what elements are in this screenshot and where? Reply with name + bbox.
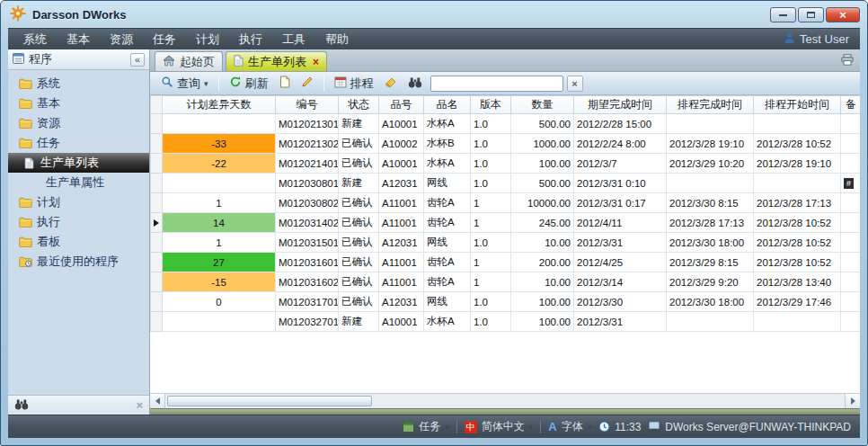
title-bar[interactable]: Darsson DWorks × [1, 1, 867, 28]
grid-cell[interactable]: 2012/2/24 8:00 [574, 134, 667, 154]
grid-cell[interactable]: 水杯A [424, 114, 471, 134]
row-selector[interactable] [151, 312, 163, 332]
grid-cell[interactable]: 1 [471, 213, 511, 233]
grid-cell[interactable]: 2012/4/11 [574, 213, 667, 233]
grid-cell[interactable]: 网线 [424, 233, 471, 253]
grid-cell[interactable]: 2012/2/28 15:00 [574, 114, 667, 134]
grid-cell[interactable]: A10002 [379, 134, 424, 154]
grid-cell[interactable]: A11001 [379, 213, 424, 233]
column-header[interactable]: 编号 [276, 96, 339, 114]
grid-cell[interactable] [667, 114, 754, 134]
grid-cell[interactable]: M012031601 [276, 253, 339, 272]
table-row[interactable]: M012032701新建A10001水杯A1.0100.002012/3/31 [151, 312, 861, 332]
table-row[interactable]: 0M012031701已确认A12031网线1.0100.002012/3/30… [151, 292, 861, 312]
grid-cell[interactable]: 2012/4/25 [574, 253, 667, 272]
table-row[interactable]: -33M012021302已确认A10002水杯B1.01000.002012/… [151, 134, 861, 154]
sidebar-item[interactable]: 计划 [8, 192, 149, 212]
grid-cell[interactable] [667, 174, 754, 193]
scrollbar-thumb[interactable] [167, 396, 372, 406]
table-row[interactable]: -15M012031602已确认A11001齿轮A110.002012/3/14… [151, 272, 861, 292]
grid-cell[interactable]: M012021302 [276, 134, 339, 154]
sidebar-collapse-button[interactable]: « [130, 53, 145, 67]
grid-cell[interactable]: M012031402 [276, 213, 339, 233]
row-selector[interactable] [151, 134, 163, 154]
grid-cell[interactable]: 已确认 [339, 193, 379, 213]
grid-cell[interactable]: 2012/3/31 [574, 233, 667, 253]
grid-cell[interactable] [163, 312, 276, 332]
grid-cell[interactable]: A11001 [379, 193, 424, 213]
column-header[interactable]: 品号 [379, 96, 424, 114]
grid-cell[interactable]: M012021401 [276, 154, 339, 174]
sidebar-item[interactable]: 最近使用的程序 [8, 252, 149, 272]
tab-close-icon[interactable]: × [313, 56, 319, 68]
row-selector[interactable] [151, 174, 163, 193]
grid-cell[interactable]: 水杯A [424, 312, 471, 332]
grid-cell[interactable]: 100.00 [511, 312, 574, 332]
grid-cell[interactable]: 齿轮A [424, 272, 471, 292]
grid-cell[interactable] [841, 312, 861, 332]
grid-cell[interactable]: 已确认 [339, 213, 379, 233]
column-header[interactable]: 品名 [424, 96, 471, 114]
grid-cell[interactable]: 齿轮A [424, 253, 471, 272]
grid-cell[interactable]: 新建 [339, 114, 379, 134]
grid-cell[interactable]: A12031 [379, 233, 424, 253]
grid-cell[interactable]: 2012/3/29 9:20 [667, 272, 754, 292]
sidebar-item[interactable]: 看板 [8, 232, 149, 252]
grid-cell[interactable]: A10001 [379, 312, 424, 332]
grid-cell[interactable]: 500.00 [511, 174, 574, 193]
status-task-menu[interactable]: 任务 ▾ [403, 419, 449, 434]
grid-cell[interactable]: A11001 [379, 272, 424, 292]
table-row[interactable]: 14M012031402已确认A11001齿轮A1245.002012/4/11… [151, 213, 861, 233]
row-selector[interactable] [151, 253, 163, 272]
grid-cell[interactable]: 网线 [424, 174, 471, 193]
grid-cell[interactable] [841, 253, 861, 272]
grid-cell[interactable]: 已确认 [339, 292, 379, 312]
grid-cell[interactable]: 100.00 [511, 154, 574, 174]
grid-cell[interactable]: 水杯B [424, 134, 471, 154]
grid-cell[interactable]: A12031 [379, 292, 424, 312]
binoculars-icon[interactable] [14, 398, 29, 413]
grid-cell[interactable]: 齿轮A [424, 193, 471, 213]
grid-cell[interactable]: -22 [163, 154, 276, 174]
column-header[interactable]: 排程开始时间 [754, 96, 841, 114]
horizontal-scrollbar[interactable] [150, 393, 860, 408]
new-button[interactable] [275, 74, 295, 93]
grid-cell[interactable]: 200.00 [511, 253, 574, 272]
grid-cell[interactable]: -15 [163, 272, 276, 292]
row-selector[interactable] [151, 114, 163, 134]
grid-cell[interactable]: 1.0 [471, 174, 511, 193]
tab-home[interactable]: 起始页 [155, 51, 223, 71]
refresh-button[interactable]: 刷新 [225, 74, 273, 94]
grid-cell[interactable]: 2012/3/30 [574, 292, 667, 312]
table-row[interactable]: 1M012031501已确认A12031网线1.010.002012/3/312… [151, 233, 861, 253]
grid-cell[interactable]: 2012/3/31 0:17 [574, 193, 667, 213]
grid-cell[interactable]: M012032701 [276, 312, 339, 332]
find-panel-close-icon[interactable]: × [136, 398, 143, 412]
column-header[interactable]: 期望完成时间 [574, 96, 667, 114]
grid-cell[interactable] [841, 114, 861, 134]
grid-cell[interactable]: 2012/3/28 10:52 [754, 233, 841, 253]
close-button[interactable]: × [826, 7, 860, 22]
edit-button[interactable] [297, 74, 318, 93]
grid-cell[interactable]: 245.00 [511, 213, 574, 233]
menu-item[interactable]: 帮助 [315, 30, 359, 49]
column-header[interactable]: 数量 [511, 96, 574, 114]
sidebar-item[interactable]: 生产单属性 [8, 173, 149, 192]
grid-cell[interactable]: 2012/3/29 10:20 [667, 154, 754, 174]
clear-search-button[interactable]: × [567, 76, 583, 92]
column-header[interactable]: 状态 [339, 96, 379, 114]
grid-cell[interactable]: -33 [163, 134, 276, 154]
search-input[interactable] [430, 76, 563, 92]
grid-cell[interactable] [841, 233, 861, 253]
table-row[interactable]: M012021301新建A10001水杯A1.0500.002012/2/28 … [151, 114, 861, 134]
grid-cell[interactable] [841, 213, 861, 233]
grid-cell[interactable]: 已确认 [339, 134, 379, 154]
row-selector[interactable] [151, 193, 163, 213]
column-header[interactable]: 备 [841, 96, 861, 114]
column-header[interactable]: 计划差异天数 [163, 96, 276, 114]
grid-cell[interactable]: 10.00 [511, 233, 574, 253]
menu-item[interactable]: 任务 [143, 30, 186, 49]
query-button[interactable]: 查询 ▾ [156, 74, 213, 94]
menu-item[interactable]: 系统 [13, 30, 57, 49]
grid-cell[interactable] [754, 174, 841, 193]
